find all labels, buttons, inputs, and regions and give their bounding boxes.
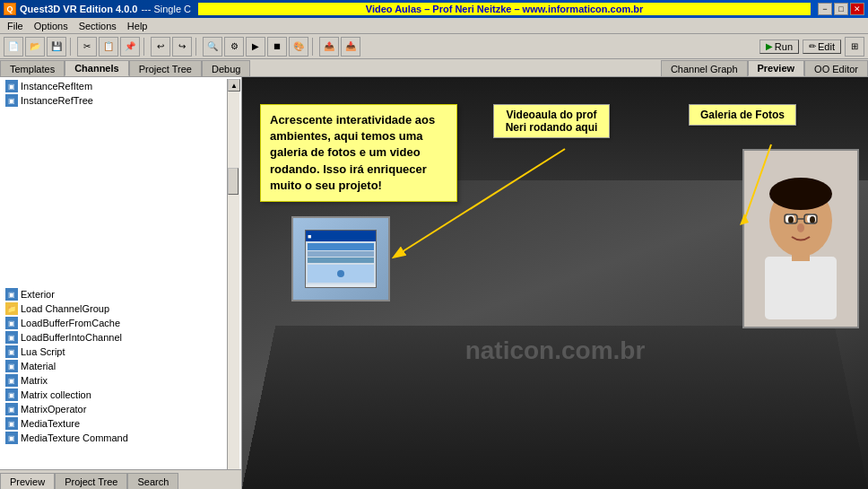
scroll-thumb[interactable] (228, 168, 239, 195)
menu-file[interactable]: File (2, 18, 29, 33)
edit-button[interactable]: ✏ Edit (803, 39, 841, 54)
svg-point-6 (788, 216, 794, 223)
tb-sep1 (70, 38, 74, 56)
tab-preview-bottom[interactable]: Preview (0, 473, 55, 489)
3d-viewport[interactable]: naticon.com.br Acrescente interatividade… (242, 77, 868, 489)
maximize-button[interactable]: □ (834, 3, 848, 15)
tab-preview[interactable]: Preview (748, 60, 805, 76)
item-icon: ▣ (5, 417, 18, 430)
face-svg (747, 158, 855, 319)
scrollbar[interactable]: ▲ ▼ (227, 79, 239, 487)
list-item[interactable]: ▣ InstanceRefItem (2, 79, 227, 93)
tb-stop[interactable]: ⏹ (267, 37, 287, 57)
app-title: Quest3D VR Edition 4.0.0 (20, 4, 137, 14)
mini-bar3 (308, 258, 374, 263)
title-bar-left: Q Quest3D VR Edition 4.0.0 --- Single C (4, 3, 191, 15)
list-item[interactable]: ▣ MediaTexture (2, 416, 227, 431)
tab-templates[interactable]: Templates (0, 60, 65, 76)
list-item[interactable]: ▣ LoadBufferFromCache (2, 316, 227, 330)
window-controls: − □ ✕ (818, 3, 864, 15)
tab-search-bottom[interactable]: Search (127, 473, 178, 489)
tab-project-tree-bottom[interactable]: Project Tree (55, 473, 127, 489)
item-label: Load ChannelGroup (21, 303, 109, 314)
tb-render[interactable]: 🎨 (289, 37, 308, 57)
list-item[interactable]: ▣ Matrix (2, 373, 227, 388)
mini-window: ■ (305, 230, 377, 288)
tab-debug[interactable]: Debug (202, 60, 250, 76)
mini-dot (337, 270, 344, 277)
list-item[interactable]: 📁 Load ChannelGroup (2, 301, 227, 316)
tb-paste[interactable]: 📌 (120, 37, 140, 57)
tb-cut[interactable]: ✂ (77, 37, 97, 57)
tab-project-tree[interactable]: Project Tree (129, 60, 202, 76)
item-icon: ▣ (5, 317, 18, 329)
list-item[interactable]: ▣ InstanceRefTree (2, 93, 227, 108)
mini-bar (308, 243, 374, 250)
tab-strip-top: Templates Channels Project Tree Debug Ch… (0, 59, 868, 77)
list-item[interactable]: ▣ Exterior (2, 287, 227, 301)
scroll-track[interactable] (228, 92, 239, 475)
tab-oo-editor[interactable]: OO Editor (804, 60, 868, 76)
item-label: LoadBufferIntoChannel (21, 332, 122, 343)
item-label: Material (21, 361, 56, 371)
item-label: InstanceRefTree (21, 95, 93, 106)
tb-redo[interactable]: ↪ (172, 37, 192, 57)
tb-extra[interactable]: ⊞ (845, 37, 864, 57)
sticky-note: Acrescente interatividade aos ambientes,… (260, 104, 457, 202)
toolbar: 📄 📂 💾 ✂ 📋 📌 ↩ ↪ 🔍 ⚙ ▶ ⏹ 🎨 📤 📥 ▶ Run ✏ Ed… (0, 34, 868, 59)
tb-undo[interactable]: ↩ (151, 37, 170, 57)
item-icon: ▣ (5, 374, 18, 387)
item-icon: ▣ (5, 432, 18, 444)
list-item[interactable]: ▣ MediaTexture Command (2, 431, 227, 445)
tb-open[interactable]: 📂 (25, 37, 45, 57)
tb-sep2 (143, 38, 147, 56)
list-item[interactable]: ▣ Material (2, 359, 227, 373)
item-label: Lua Script (21, 346, 65, 357)
tree-content: ▣ InstanceRefItem ▣ InstanceRefTree ▣ Ex… (2, 79, 227, 487)
list-item[interactable]: ▣ LoadBufferIntoChannel (2, 330, 227, 345)
video-tooltip-text: Videoaula do profNeri rodando aqui (506, 109, 598, 134)
tb-zoom[interactable]: 🔍 (203, 37, 222, 57)
run-button[interactable]: ▶ Run (760, 39, 799, 54)
left-panel: ▣ InstanceRefItem ▣ InstanceRefTree ▣ Ex… (0, 77, 242, 489)
video-tooltip: Videoaula do profNeri rodando aqui (493, 104, 610, 138)
item-label: LoadBufferFromCache (21, 318, 120, 328)
svg-point-7 (810, 216, 815, 223)
tb-save[interactable]: 💾 (47, 37, 66, 57)
list-item[interactable]: ▣ MatrixOperator (2, 402, 227, 416)
main-area: ▣ InstanceRefItem ▣ InstanceRefTree ▣ Ex… (0, 77, 868, 489)
tab-channel-graph[interactable]: Channel Graph (661, 60, 748, 76)
tb-import[interactable]: 📥 (341, 37, 360, 57)
tb-new[interactable]: 📄 (4, 37, 23, 57)
item-icon: ▣ (5, 360, 18, 372)
menu-options[interactable]: Options (29, 18, 74, 33)
gallery-photo (742, 149, 859, 328)
item-icon: ▣ (5, 94, 18, 107)
room-floor (242, 326, 868, 489)
svg-point-3 (769, 178, 832, 210)
minimize-button[interactable]: − (818, 3, 832, 15)
title-bar: Q Quest3D VR Edition 4.0.0 --- Single C … (0, 0, 868, 18)
item-icon: 📁 (5, 302, 18, 315)
list-item[interactable]: ▣ Matrix collection (2, 388, 227, 402)
tb-play[interactable]: ▶ (246, 37, 265, 57)
scroll-up[interactable]: ▲ (228, 79, 240, 92)
mini-area (308, 265, 374, 283)
item-icon: ▣ (5, 331, 18, 344)
tb-copy[interactable]: 📋 (99, 37, 118, 57)
menu-sections[interactable]: Sections (74, 18, 122, 33)
tb-export[interactable]: 📤 (319, 37, 339, 57)
tab-right-group: Channel Graph Preview OO Editor (661, 60, 868, 76)
item-icon: ▣ (5, 288, 18, 301)
tb-sep3 (195, 38, 199, 56)
spacer (2, 108, 227, 287)
tree-list[interactable]: ▣ InstanceRefItem ▣ InstanceRefTree ▣ Ex… (0, 77, 241, 489)
app-icon: Q (4, 3, 16, 15)
menu-help[interactable]: Help (122, 18, 153, 33)
tab-channels[interactable]: Channels (65, 60, 129, 76)
app-subtitle: --- Single C (141, 4, 191, 14)
tb-settings[interactable]: ⚙ (224, 37, 244, 57)
list-item[interactable]: ▣ Lua Script (2, 345, 227, 359)
item-label: MediaTexture Command (21, 432, 128, 443)
close-button[interactable]: ✕ (850, 3, 864, 15)
